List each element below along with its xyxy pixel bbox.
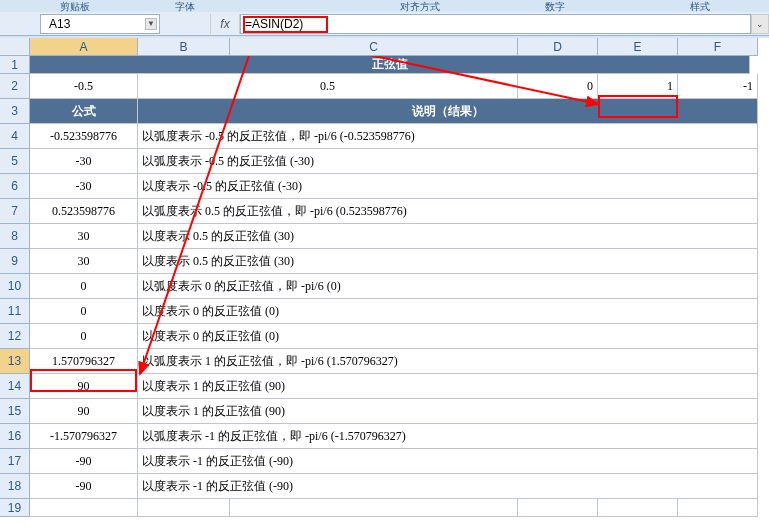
- cell-b19[interactable]: [138, 499, 230, 517]
- col-header-e[interactable]: E: [598, 38, 678, 56]
- row-6: 6-30以度表示 -0.5 的反正弦值 (-30): [0, 174, 769, 199]
- cell-a6[interactable]: -30: [30, 174, 138, 199]
- col-header-a[interactable]: A: [30, 38, 138, 56]
- formula-text: =ASIN(D2): [245, 17, 303, 31]
- row-header-13[interactable]: 13: [0, 349, 30, 374]
- cell-a2[interactable]: -0.5: [30, 74, 138, 99]
- cell-a17[interactable]: -90: [30, 449, 138, 474]
- cell-a11[interactable]: 0: [30, 299, 138, 324]
- row-header-18[interactable]: 18: [0, 474, 30, 499]
- col-header-d[interactable]: D: [518, 38, 598, 56]
- row-9: 930以度表示 0.5 的反正弦值 (30): [0, 249, 769, 274]
- name-box[interactable]: A13 ▼: [40, 14, 160, 34]
- row-19: 19: [0, 499, 769, 517]
- cell-b11[interactable]: 以度表示 0 的反正弦值 (0): [138, 299, 758, 324]
- row-17: 17-90以度表示 -1 的反正弦值 (-90): [0, 449, 769, 474]
- cell-a4[interactable]: -0.523598776: [30, 124, 138, 149]
- row-15: 1590以度表示 1 的反正弦值 (90): [0, 399, 769, 424]
- row-11: 110以度表示 0 的反正弦值 (0): [0, 299, 769, 324]
- row-16: 16-1.570796327以弧度表示 -1 的反正弦值，即 -pi/6 (-1…: [0, 424, 769, 449]
- cell-b12[interactable]: 以度表示 0 的反正弦值 (0): [138, 324, 758, 349]
- cell-b6[interactable]: 以度表示 -0.5 的反正弦值 (-30): [138, 174, 758, 199]
- col-header-b[interactable]: B: [138, 38, 230, 56]
- cell-a5[interactable]: -30: [30, 149, 138, 174]
- row-5: 5-30以弧度表示 -0.5 的反正弦值 (-30): [0, 149, 769, 174]
- row-3: 3 公式 说明（结果）: [0, 99, 769, 124]
- cell-b17[interactable]: 以度表示 -1 的反正弦值 (-90): [138, 449, 758, 474]
- cell-b13[interactable]: 以弧度表示 1 的反正弦值，即 -pi/6 (1.570796327): [138, 349, 758, 374]
- cell-b5[interactable]: 以弧度表示 -0.5 的反正弦值 (-30): [138, 149, 758, 174]
- cell-a19[interactable]: [30, 499, 138, 517]
- cell-a18[interactable]: -90: [30, 474, 138, 499]
- row-18: 18-90以度表示 -1 的反正弦值 (-90): [0, 474, 769, 499]
- row-header-16[interactable]: 16: [0, 424, 30, 449]
- cell-b7[interactable]: 以弧度表示 0.5 的反正弦值，即 -pi/6 (0.523598776): [138, 199, 758, 224]
- cell-desc-header[interactable]: 说明（结果）: [138, 99, 758, 124]
- formula-bar: A13 ▼ fx =ASIN(D2) ⌄: [0, 12, 769, 36]
- cell-e19[interactable]: [598, 499, 678, 517]
- cell-title[interactable]: 正弦值: [30, 56, 750, 74]
- cell-a13[interactable]: 1.570796327: [30, 349, 138, 374]
- spreadsheet-grid: A B C D E F 1 正弦值 2 -0.5 0.5 0 1 -1 3 公式…: [0, 38, 769, 525]
- row-8: 830以度表示 0.5 的反正弦值 (30): [0, 224, 769, 249]
- row-14: 1490以度表示 1 的反正弦值 (90): [0, 374, 769, 399]
- row-1: 1 正弦值: [0, 56, 769, 74]
- row-12: 120以度表示 0 的反正弦值 (0): [0, 324, 769, 349]
- fx-button[interactable]: fx: [210, 14, 240, 34]
- cell-b8[interactable]: 以度表示 0.5 的反正弦值 (30): [138, 224, 758, 249]
- cell-a15[interactable]: 90: [30, 399, 138, 424]
- cell-f19[interactable]: [678, 499, 758, 517]
- row-header-11[interactable]: 11: [0, 299, 30, 324]
- cell-a14[interactable]: 90: [30, 374, 138, 399]
- row-header-6[interactable]: 6: [0, 174, 30, 199]
- row-header-14[interactable]: 14: [0, 374, 30, 399]
- cell-e2-val[interactable]: -1: [678, 74, 758, 99]
- row-2: 2 -0.5 0.5 0 1 -1: [0, 74, 769, 99]
- name-box-value: A13: [49, 17, 70, 31]
- cell-b4[interactable]: 以弧度表示 -0.5 的反正弦值，即 -pi/6 (-0.523598776): [138, 124, 758, 149]
- formula-input[interactable]: =ASIN(D2): [240, 14, 751, 34]
- cell-c19[interactable]: [230, 499, 518, 517]
- cell-b16[interactable]: 以弧度表示 -1 的反正弦值，即 -pi/6 (-1.570796327): [138, 424, 758, 449]
- cell-b14[interactable]: 以度表示 1 的反正弦值 (90): [138, 374, 758, 399]
- row-header-19[interactable]: 19: [0, 499, 30, 517]
- cell-b9[interactable]: 以度表示 0.5 的反正弦值 (30): [138, 249, 758, 274]
- column-headers: A B C D E F: [0, 38, 769, 56]
- cell-a7[interactable]: 0.523598776: [30, 199, 138, 224]
- grid-body: 1 正弦值 2 -0.5 0.5 0 1 -1 3 公式 说明（结果） 4-0.…: [0, 56, 769, 517]
- cell-a10[interactable]: 0: [30, 274, 138, 299]
- cell-a16[interactable]: -1.570796327: [30, 424, 138, 449]
- cell-c2-val[interactable]: 0: [518, 74, 598, 99]
- col-header-c[interactable]: C: [230, 38, 518, 56]
- row-header-4[interactable]: 4: [0, 124, 30, 149]
- row-header-8[interactable]: 8: [0, 224, 30, 249]
- cell-a3[interactable]: 公式: [30, 99, 138, 124]
- row-header-17[interactable]: 17: [0, 449, 30, 474]
- row-header-15[interactable]: 15: [0, 399, 30, 424]
- row-header-5[interactable]: 5: [0, 149, 30, 174]
- row-header-1[interactable]: 1: [0, 56, 30, 74]
- row-4: 4-0.523598776以弧度表示 -0.5 的反正弦值，即 -pi/6 (-…: [0, 124, 769, 149]
- row-header-3[interactable]: 3: [0, 99, 30, 124]
- row-header-2[interactable]: 2: [0, 74, 30, 99]
- row-10: 100以弧度表示 0 的反正弦值，即 -pi/6 (0): [0, 274, 769, 299]
- cell-b10[interactable]: 以弧度表示 0 的反正弦值，即 -pi/6 (0): [138, 274, 758, 299]
- cell-a8[interactable]: 30: [30, 224, 138, 249]
- formula-expand-icon[interactable]: ⌄: [751, 14, 769, 34]
- cell-d2-val[interactable]: 1: [598, 74, 678, 99]
- name-box-dropdown-icon[interactable]: ▼: [145, 18, 157, 30]
- col-header-f[interactable]: F: [678, 38, 758, 56]
- row-header-9[interactable]: 9: [0, 249, 30, 274]
- cell-b18[interactable]: 以度表示 -1 的反正弦值 (-90): [138, 474, 758, 499]
- row-header-12[interactable]: 12: [0, 324, 30, 349]
- cell-b2[interactable]: 0.5: [138, 74, 518, 99]
- cell-a12[interactable]: 0: [30, 324, 138, 349]
- cell-d19[interactable]: [518, 499, 598, 517]
- select-all-corner[interactable]: [0, 38, 30, 56]
- row-header-10[interactable]: 10: [0, 274, 30, 299]
- cell-b15[interactable]: 以度表示 1 的反正弦值 (90): [138, 399, 758, 424]
- ribbon-section-labels: 剪贴板 字体 对齐方式 数字 样式: [0, 0, 769, 12]
- row-7: 70.523598776以弧度表示 0.5 的反正弦值，即 -pi/6 (0.5…: [0, 199, 769, 224]
- cell-a9[interactable]: 30: [30, 249, 138, 274]
- row-header-7[interactable]: 7: [0, 199, 30, 224]
